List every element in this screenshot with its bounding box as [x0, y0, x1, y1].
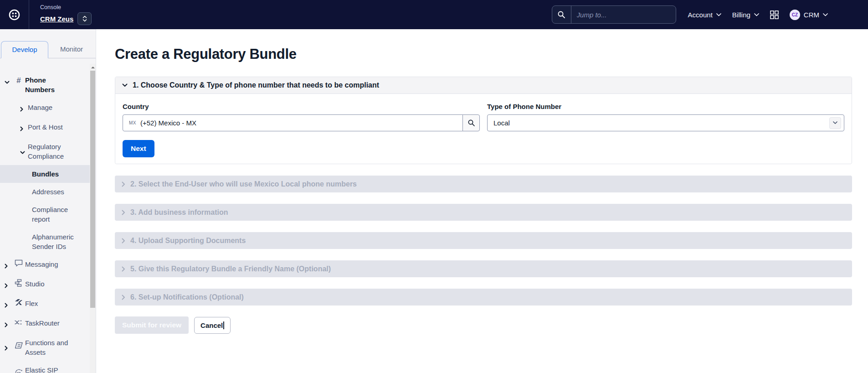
step-2-header[interactable]: 2. Select the End-User who will use Mexi… — [115, 176, 852, 192]
step-3-header[interactable]: 3. Add business information — [115, 204, 852, 221]
chevron-right-icon — [5, 318, 12, 330]
sidebar-item-alphanumeric-sender-ids[interactable]: Alphanumeric Sender IDs — [0, 228, 90, 255]
user-menu[interactable]: CZ CRM — [790, 10, 828, 20]
chevron-right-icon — [5, 338, 12, 353]
step-5-header[interactable]: 5. Give this Regulatory Bundle a Friendl… — [115, 260, 852, 277]
global-search[interactable] — [552, 5, 676, 24]
step-1-body: Country MX (+52) Mexico - MX Ty — [115, 94, 852, 164]
step-1-header[interactable]: 1. Choose Country & Type of phone number… — [115, 77, 852, 94]
sidebar-item-messaging[interactable]: Messaging — [0, 255, 90, 275]
country-value: (+52) Mexico - MX — [140, 119, 196, 127]
avatar: CZ — [790, 10, 800, 20]
chevron-right-icon — [122, 210, 125, 215]
chevron-down-icon — [5, 75, 12, 87]
phone-type-value: Local — [493, 119, 510, 127]
page-title: Create a Regulatory Bundle — [115, 46, 852, 62]
step-6-title: 6. Set-up Notifications (Optional) — [130, 293, 244, 301]
country-label: Country — [123, 103, 480, 110]
grid-icon — [770, 10, 779, 19]
chevron-down-icon — [829, 117, 841, 129]
top-navbar: Console CRM Zeus Account Billing — [0, 0, 868, 29]
sidebar-item-regulatory-compliance[interactable]: Regulatory Compliance — [0, 138, 90, 165]
chevron-right-icon — [20, 103, 28, 114]
sidebar-item-bundles[interactable]: Bundles — [0, 165, 90, 183]
sidebar: Develop Monitor # Phone Numbers Manage P… — [0, 29, 96, 373]
chevron-right-icon — [5, 365, 12, 373]
chevron-right-icon — [122, 266, 125, 272]
step-2-title: 2. Select the End-User who will use Mexi… — [130, 180, 357, 188]
account-switcher-button[interactable] — [77, 12, 92, 25]
shuffle-icon — [12, 318, 25, 328]
chevron-down-icon — [754, 13, 759, 16]
step-5-title: 5. Give this Regulatory Bundle a Friendl… — [130, 265, 331, 273]
twilio-logo[interactable] — [0, 0, 29, 29]
chevron-down-icon — [20, 142, 28, 157]
cancel-button[interactable]: Cancel — [194, 317, 231, 334]
main-content: Create a Regulatory Bundle 1. Choose Cou… — [96, 29, 868, 373]
tab-develop[interactable]: Develop — [1, 41, 48, 58]
sidebar-scrollbar[interactable] — [90, 64, 96, 373]
sidebar-item-flex[interactable]: Flex — [0, 295, 90, 314]
step-1-title: 1. Choose Country & Type of phone number… — [133, 81, 379, 89]
chevron-right-icon — [122, 181, 125, 187]
submit-for-review-button[interactable]: Submit for review — [115, 316, 189, 334]
sidebar-item-phone-numbers[interactable]: # Phone Numbers — [0, 71, 90, 98]
chevron-right-icon — [5, 279, 12, 290]
chevron-right-icon — [5, 299, 12, 310]
step-4-title: 4. Upload Supporting Documents — [130, 237, 246, 245]
sidebar-tabs: Develop Monitor — [0, 29, 96, 58]
twilio-logo-icon — [9, 9, 20, 21]
step-1-card: 1. Choose Country & Type of phone number… — [115, 77, 852, 164]
step-3-title: 3. Add business information — [130, 208, 228, 217]
tab-monitor[interactable]: Monitor — [48, 41, 95, 58]
scrollbar-up-arrow[interactable] — [90, 64, 96, 71]
chevron-right-icon — [20, 122, 28, 134]
sidebar-item-functions-and-assets[interactable]: Functions and Assets — [0, 334, 90, 361]
phone-type-select[interactable]: Local — [487, 114, 844, 131]
step-4-header[interactable]: 4. Upload Supporting Documents — [115, 232, 852, 249]
flowchart-icon — [12, 279, 25, 289]
chevron-down-icon — [716, 13, 721, 16]
country-search-button[interactable] — [462, 114, 480, 131]
apps-grid-button[interactable] — [770, 10, 779, 19]
next-button[interactable]: Next — [123, 140, 154, 157]
functions-icon — [12, 338, 25, 351]
flex-logo-icon — [12, 299, 25, 308]
search-input[interactable] — [571, 6, 676, 23]
chevron-right-icon — [122, 295, 125, 300]
country-input[interactable]: MX (+52) Mexico - MX — [123, 114, 463, 131]
sip-trunking-icon: SIP — [12, 365, 25, 373]
navbar-menus: Account Billing CZ CRM — [688, 10, 828, 20]
mx-flag-icon: MX — [129, 120, 136, 125]
account-name-link[interactable]: CRM Zeus — [40, 15, 73, 23]
console-label: Console — [40, 4, 92, 10]
sidebar-item-elastic-sip-trunking[interactable]: SIP Elastic SIP Trunking — [0, 361, 90, 373]
form-actions: Submit for review Cancel — [115, 316, 852, 334]
phone-type-label: Type of Phone Number — [487, 103, 844, 110]
scrollbar-thumb[interactable] — [90, 71, 95, 308]
chevron-down-icon — [823, 13, 828, 16]
account-menu[interactable]: Account — [688, 11, 721, 19]
search-icon — [552, 6, 571, 23]
step-6-header[interactable]: 6. Set-up Notifications (Optional) — [115, 289, 852, 306]
chevron-right-icon — [122, 238, 125, 243]
sidebar-tree: # Phone Numbers Manage Port & Host Regul… — [0, 58, 90, 373]
account-switcher-block: Console CRM Zeus — [40, 4, 92, 25]
chevron-down-icon — [122, 83, 128, 87]
up-down-chevrons-icon — [82, 16, 87, 22]
chat-bubble-icon — [12, 259, 25, 269]
sidebar-item-addresses[interactable]: Addresses — [0, 183, 90, 201]
hash-icon: # — [12, 75, 25, 86]
sidebar-item-manage[interactable]: Manage — [0, 98, 90, 118]
sidebar-item-port-and-host[interactable]: Port & Host — [0, 118, 90, 138]
billing-menu[interactable]: Billing — [732, 11, 759, 19]
sidebar-item-taskrouter[interactable]: TaskRouter — [0, 314, 90, 334]
sidebar-item-compliance-report[interactable]: Compliance report — [0, 201, 90, 228]
chevron-right-icon — [5, 259, 12, 271]
text-cursor — [223, 321, 224, 329]
search-icon — [468, 119, 475, 126]
sidebar-item-studio[interactable]: Studio — [0, 275, 90, 295]
